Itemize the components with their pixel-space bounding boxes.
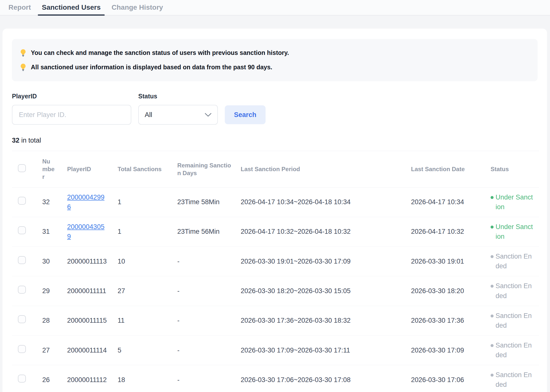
row-checkbox[interactable] <box>18 286 26 294</box>
status-text: Under Sanction <box>496 193 533 212</box>
chevron-down-icon <box>205 113 211 117</box>
row-sanction-date: 2026-03-30 17:06 <box>409 365 488 392</box>
row-sanction-date: 2026-03-30 18:20 <box>409 276 488 306</box>
total-count-label: in total <box>21 137 41 144</box>
row-sanction-date: 2026-04-17 10:34 <box>409 187 488 217</box>
row-sanction-date: 2026-04-17 10:32 <box>409 217 488 246</box>
total-count-number: 32 <box>12 137 19 144</box>
row-checkbox[interactable] <box>18 375 26 383</box>
lightbulb-icon <box>19 63 27 71</box>
row-total-sanctions: 1 <box>115 217 175 246</box>
row-remaining-days: - <box>175 306 238 335</box>
player-id-input[interactable] <box>12 105 131 125</box>
row-sanction-period: 2026-03-30 18:20~2026-03-30 15:05 <box>238 276 409 306</box>
row-player-id-link[interactable]: 20000042996 <box>67 194 104 211</box>
row-sanction-period: 2026-04-17 10:32~2026-04-18 10:32 <box>238 217 409 246</box>
row-sanction-date: 2026-03-30 17:09 <box>409 335 488 365</box>
row-player-id: 20000011113 <box>67 258 107 265</box>
status-dot-icon <box>491 196 494 199</box>
status-dot-icon <box>491 314 494 317</box>
row-checkbox[interactable] <box>18 256 26 264</box>
status-dot-icon <box>491 255 494 258</box>
notice-item: All sanctioned user information is displ… <box>19 63 530 71</box>
search-button[interactable]: Search <box>225 105 266 124</box>
row-total-sanctions: 1 <box>115 187 175 217</box>
row-number: 27 <box>39 335 64 365</box>
row-number: 26 <box>39 365 64 392</box>
row-remaining-days: - <box>175 276 238 306</box>
notice-text: You can check and manage the sanction st… <box>31 49 289 57</box>
column-header-status: Status <box>488 151 539 188</box>
row-number: 28 <box>39 306 64 335</box>
row-checkbox[interactable] <box>18 226 26 234</box>
table-row: 31 20000043059 1 23Time 56Min 2026-04-17… <box>12 217 539 246</box>
row-sanction-period: 2026-03-30 17:36~2026-03-30 18:32 <box>238 306 409 335</box>
row-player-id-link[interactable]: 20000043059 <box>67 223 104 240</box>
row-sanction-period: 2026-04-17 10:34~2026-04-18 10:34 <box>238 187 409 217</box>
column-header-period: Last Sanction Period <box>238 151 409 188</box>
row-checkbox[interactable] <box>18 345 26 353</box>
table-header-row: Number PlayerID Total Sanctions Remainin… <box>12 151 539 188</box>
row-number: 32 <box>39 187 64 217</box>
table-row: 29 20000011111 27 - 2026-03-30 18:20~202… <box>12 276 539 306</box>
column-header-number: Number <box>39 151 64 188</box>
row-player-id: 20000011114 <box>67 347 107 354</box>
status-badge: Sanction Ended <box>491 252 533 271</box>
row-total-sanctions: 27 <box>115 276 175 306</box>
status-badge: Under Sanction <box>491 222 533 241</box>
row-sanction-period: 2026-03-30 17:06~2026-03-30 17:08 <box>238 365 409 392</box>
player-id-label: PlayerID <box>12 93 131 100</box>
status-dot-icon <box>491 226 494 229</box>
column-header-player-id: PlayerID <box>64 151 115 188</box>
row-remaining-days: - <box>175 365 238 392</box>
row-remaining-days: 23Time 58Min <box>175 187 238 217</box>
notice-text: All sanctioned user information is displ… <box>31 63 272 71</box>
content-card: You can check and manage the sanction st… <box>2 29 547 392</box>
row-remaining-days: - <box>175 335 238 365</box>
sanctioned-users-table: Number PlayerID Total Sanctions Remainin… <box>12 151 539 392</box>
table-row: 27 20000011114 5 - 2026-03-30 17:09~2026… <box>12 335 539 365</box>
status-badge: Sanction Ended <box>491 311 533 330</box>
select-all-checkbox[interactable] <box>18 164 26 172</box>
status-text: Sanction Ended <box>496 281 533 301</box>
status-badge: Sanction Ended <box>491 370 533 390</box>
tab-change-history[interactable]: Change History <box>106 0 169 15</box>
row-sanction-date: 2026-03-30 17:36 <box>409 306 488 335</box>
row-sanction-period: 2026-03-30 17:09~2026-03-30 17:11 <box>238 335 409 365</box>
row-checkbox[interactable] <box>18 315 26 323</box>
tab-bar: Report Sanctioned Users Change History <box>0 0 550 16</box>
tab-sanctioned-users[interactable]: Sanctioned Users <box>36 0 106 15</box>
lightbulb-icon <box>19 49 27 57</box>
row-remaining-days: - <box>175 247 238 276</box>
row-sanction-date: 2026-03-30 19:01 <box>409 247 488 276</box>
row-total-sanctions: 10 <box>115 247 175 276</box>
table-row: 32 20000042996 1 23Time 58Min 2026-04-17… <box>12 187 539 217</box>
row-total-sanctions: 11 <box>115 306 175 335</box>
table-row: 28 20000011115 11 - 2026-03-30 17:36~202… <box>12 306 539 335</box>
notice-box: You can check and manage the sanction st… <box>12 39 538 81</box>
row-number: 29 <box>39 276 64 306</box>
row-number: 30 <box>39 247 64 276</box>
row-player-id: 20000011115 <box>67 317 107 324</box>
row-player-id: 20000011112 <box>67 376 107 384</box>
column-header-remaining-days: Remaining Sanction Days <box>175 151 238 188</box>
row-player-id: 20000011111 <box>67 287 106 295</box>
status-dot-icon <box>491 285 494 288</box>
row-number: 31 <box>39 217 64 246</box>
row-total-sanctions: 18 <box>115 365 175 392</box>
total-count: 32 in total <box>12 137 538 144</box>
table-row: 26 20000011112 18 - 2026-03-30 17:06~202… <box>12 365 539 392</box>
status-badge: Sanction Ended <box>491 341 533 360</box>
status-text: Sanction Ended <box>496 370 533 390</box>
status-text: Sanction Ended <box>496 341 533 360</box>
column-header-date: Last Sanction Date <box>409 151 488 188</box>
status-select[interactable]: All <box>138 105 218 125</box>
row-sanction-period: 2026-03-30 19:01~2026-03-30 17:09 <box>238 247 409 276</box>
status-select-value: All <box>145 111 152 119</box>
row-checkbox[interactable] <box>18 197 26 205</box>
status-label: Status <box>138 93 218 100</box>
tab-report[interactable]: Report <box>3 0 36 15</box>
notice-item: You can check and manage the sanction st… <box>19 49 530 57</box>
filter-bar: PlayerID Status All Search <box>12 93 538 125</box>
status-text: Sanction Ended <box>496 252 533 271</box>
